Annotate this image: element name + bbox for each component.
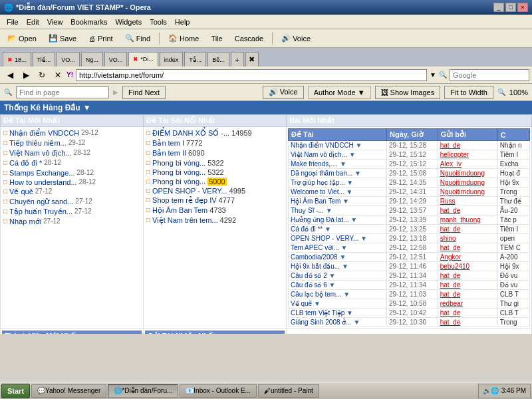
post-title-link[interactable]: OPEN SHOP - VERY...	[291, 235, 358, 242]
post-user-link[interactable]: redbear	[440, 300, 463, 307]
find-button[interactable]: 🔍 Find	[120, 31, 155, 46]
hot-topic-link[interactable]: Phong bì vòng...	[152, 178, 205, 186]
search-input[interactable]	[450, 69, 529, 81]
topic-link[interactable]: Stamps Exchange...	[9, 169, 74, 177]
post-title-link[interactable]: Nhận điểm VNDCCH	[291, 142, 354, 149]
tab-5[interactable]: ✖ *Di...	[128, 52, 158, 66]
minimize-button[interactable]: _	[493, 3, 504, 12]
post-user-link[interactable]: hat_de	[440, 281, 461, 289]
topic-link[interactable]: Cá đồ đi *	[9, 159, 42, 168]
tab-7[interactable]: Tả...	[184, 52, 206, 66]
voice-find-button[interactable]: 🔊 Voice	[263, 86, 304, 99]
menu-file[interactable]: File	[3, 17, 23, 27]
address-input[interactable]	[76, 69, 427, 81]
topic-link[interactable]: Tập huấn Truyền...	[9, 207, 72, 216]
taskbar-outlook[interactable]: 📧 Inbox - Outlook E...	[180, 384, 257, 398]
post-user-link[interactable]: Alex_iv	[440, 160, 462, 168]
tab-3[interactable]: Ng...	[81, 52, 103, 66]
tab-6[interactable]: index	[160, 52, 184, 66]
post-user-link[interactable]: hat_de	[440, 225, 461, 233]
menu-widgets[interactable]: Widgets	[111, 17, 146, 27]
post-user-link[interactable]: Russ	[440, 198, 456, 205]
post-user-link[interactable]: hat_de	[440, 319, 461, 326]
hot-topic-link[interactable]: Shop tem rẻ đẹp IV	[152, 196, 217, 205]
post-title-link[interactable]: Tem APEC với...	[291, 244, 339, 251]
taskbar-yahoo[interactable]: 💬 Yahoo! Messenger	[31, 384, 106, 398]
post-user-link[interactable]: helicopter	[440, 151, 469, 158]
hot-topic-link[interactable]: Bản tem II	[152, 149, 186, 158]
back-button[interactable]: ◀	[3, 68, 17, 82]
hot-topic-link[interactable]: Hội Âm Ban Tem	[152, 206, 207, 215]
post-title-link[interactable]: Cá đồ đi **	[291, 225, 323, 233]
fit-to-width-button[interactable]: Fit to Width	[444, 86, 493, 99]
post-user-link[interactable]: Nguoitimduong	[440, 179, 485, 186]
taskbar-paint[interactable]: 🖌 untitled - Paint	[258, 384, 319, 398]
voice-button[interactable]: 🔊 Voice	[277, 31, 315, 46]
cascade-button[interactable]: Cascade	[230, 31, 268, 46]
topic-link[interactable]: Về quê	[9, 188, 33, 196]
post-title-link[interactable]: Thuỵ Sĩ -...	[291, 207, 324, 214]
close-button[interactable]: ×	[517, 3, 528, 12]
tile-button[interactable]: Tile	[206, 31, 227, 46]
post-user-link[interactable]: manh_thuong	[440, 216, 481, 223]
post-user-link[interactable]: Nguoitimduong	[440, 170, 485, 177]
home-button[interactable]: 🏠 Home	[164, 31, 203, 46]
hot-topic-link[interactable]: Phong bì vòng...	[152, 159, 205, 167]
post-user-link[interactable]: hat_de	[440, 309, 461, 317]
post-user-link[interactable]: hat_de	[440, 142, 461, 149]
post-title-link[interactable]: Dã ngoại thăm ban...	[291, 170, 352, 177]
taskbar-opera[interactable]: 🌐 *Diễn đàn/Foru...	[108, 384, 178, 398]
find-in-page-input[interactable]	[16, 86, 109, 98]
topic-link[interactable]: Nhận điểm VNDCCH	[9, 129, 79, 138]
save-button[interactable]: 💾 Save	[44, 31, 81, 46]
hot-topic-link[interactable]: ĐIỂM DANH XỔ SỐ -...	[152, 129, 229, 138]
go-button[interactable]: ▼	[430, 71, 436, 78]
hot-topic-link[interactable]: OPEN SHOP - VERY...	[152, 187, 227, 195]
author-mode-button[interactable]: Author Mode ▼	[308, 86, 371, 99]
close-tab-button[interactable]: ✖	[245, 52, 259, 66]
post-title-link[interactable]: CLB tem Việt Tiệp	[291, 309, 344, 317]
post-user-link[interactable]: hat_de	[440, 207, 461, 214]
menu-tools[interactable]: Tools	[146, 17, 171, 27]
post-title-link[interactable]: Hội Âm Ban Tem	[291, 198, 340, 205]
post-user-link[interactable]: shino	[440, 235, 456, 242]
hot-topic-link[interactable]: Bản tem I	[152, 139, 184, 148]
post-title-link[interactable]: Việt Nam vô địch...	[291, 151, 347, 158]
post-user-link[interactable]: hat_de	[440, 244, 461, 251]
post-title-link[interactable]: Giáng Sinh 2008 ở...	[291, 319, 352, 326]
print-button[interactable]: 🖨 Print	[84, 31, 118, 46]
menu-edit[interactable]: Edit	[23, 17, 43, 27]
post-title-link[interactable]: Câu đồ số 2	[291, 272, 327, 279]
hot-topic-link[interactable]: Phong bì vòng...	[152, 168, 205, 176]
post-title-link[interactable]: Trợ giúp học tập...	[291, 179, 345, 186]
find-next-button[interactable]: Find Next	[122, 86, 166, 99]
tab-2[interactable]: VO...	[57, 52, 80, 66]
tab-1[interactable]: Tiế...	[33, 52, 56, 66]
maximize-button[interactable]: □	[505, 3, 516, 12]
menu-bookmarks[interactable]: Bookmarks	[66, 17, 111, 27]
topic-link[interactable]: Nháp mới	[9, 217, 41, 226]
post-user-link[interactable]: bebu2410	[440, 263, 470, 270]
topic-link[interactable]: Chuyên ngữ sand...	[9, 198, 73, 206]
post-user-link[interactable]: Angkor	[440, 253, 462, 261]
post-title-link[interactable]: Cambodia/2008	[291, 253, 338, 261]
post-title-link[interactable]: Hưởng ứng Đà lat...	[291, 216, 348, 223]
add-tab-button[interactable]: +	[231, 52, 244, 66]
show-images-button[interactable]: 🖼 Show Images	[375, 86, 441, 99]
post-title-link[interactable]: Hội 9x bắt đầu...	[291, 263, 340, 270]
stop-button[interactable]: ✕	[51, 68, 65, 82]
start-button[interactable]: Start	[1, 384, 30, 398]
post-user-link[interactable]: hat_de	[440, 272, 461, 279]
tab-4[interactable]: VO...	[104, 52, 128, 66]
post-user-link[interactable]: hat_de	[440, 291, 461, 298]
post-user-link[interactable]: Nguoitimduong	[440, 188, 485, 196]
reload-button[interactable]: ↻	[35, 68, 49, 82]
post-title-link[interactable]: Welcome to Viet...	[291, 188, 344, 196]
topic-link[interactable]: Việt Nam vô địch...	[9, 149, 72, 158]
tab-0[interactable]: ✖ 18...	[3, 52, 31, 66]
menu-view[interactable]: View	[43, 17, 67, 27]
topic-link[interactable]: How to understand...	[9, 178, 77, 186]
menu-help[interactable]: Help	[171, 17, 194, 27]
post-title-link[interactable]: Make friends,....	[291, 160, 338, 168]
hot-topic-link[interactable]: Việt Nam trên tem...	[152, 216, 218, 225]
